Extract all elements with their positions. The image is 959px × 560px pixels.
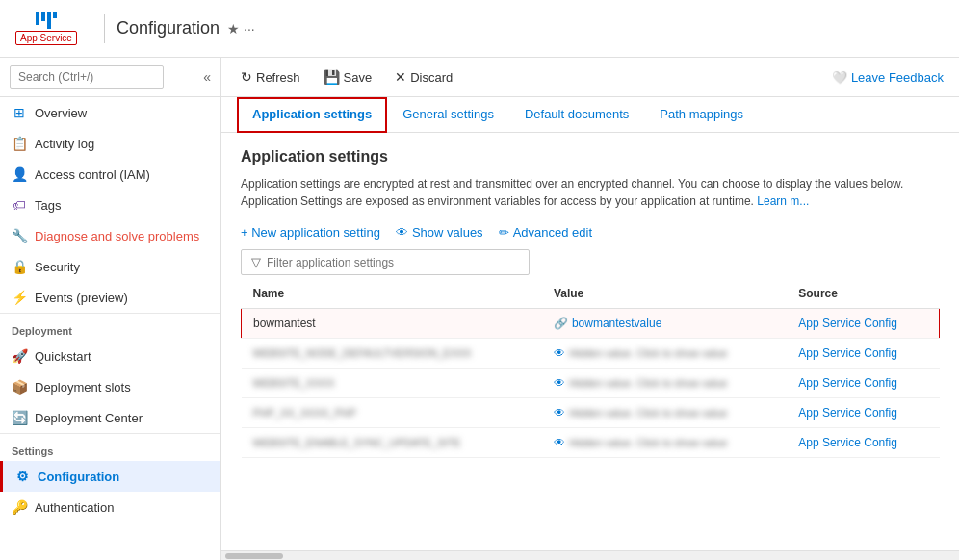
eye-icon: 👁 bbox=[554, 376, 565, 390]
sidebar-item-label: Configuration bbox=[38, 470, 119, 484]
star-icon[interactable]: ★ bbox=[227, 21, 240, 37]
value-link[interactable]: 👁 Hidden value. Click to show value bbox=[554, 346, 775, 360]
sidebar-item-quickstart[interactable]: 🚀 Quickstart bbox=[0, 341, 220, 371]
sidebar-item-label: Security bbox=[35, 260, 80, 274]
row-source: App Service Config bbox=[787, 369, 939, 398]
table-row[interactable]: WEBSITE_XXXX 👁 Hidden value. Click to sh… bbox=[242, 369, 940, 398]
advanced-edit-button[interactable]: ✏ Advanced edit bbox=[499, 225, 592, 240]
page-title: Configuration bbox=[117, 18, 220, 38]
link-icon: 🔗 bbox=[554, 317, 568, 330]
sidebar-item-label: Diagnose and solve problems bbox=[35, 229, 199, 243]
tab-general-settings-label: General settings bbox=[402, 107, 494, 121]
col-value: Value bbox=[542, 279, 787, 309]
col-name: Name bbox=[242, 279, 542, 309]
logo-bar-1 bbox=[36, 12, 39, 25]
feedback-heart-icon: 🤍 bbox=[832, 70, 847, 85]
app-service-badge: App Service bbox=[15, 31, 77, 45]
section-title: Application settings bbox=[241, 148, 940, 165]
deployment-slots-icon: 📦 bbox=[12, 379, 27, 395]
security-icon: 🔒 bbox=[12, 259, 27, 274]
sidebar-item-configuration[interactable]: ⚙ Configuration bbox=[0, 461, 220, 492]
authentication-icon: 🔑 bbox=[12, 499, 27, 515]
row-value: 👁 Hidden value. Click to show value bbox=[542, 398, 787, 428]
sidebar-item-label: Deployment slots bbox=[35, 380, 131, 395]
sidebar-item-label: Activity log bbox=[35, 137, 94, 151]
row-name: bowmantest bbox=[242, 309, 542, 339]
settings-table: Name Value Source bowmantest 🔗 bowmantes… bbox=[241, 279, 940, 458]
overview-icon: ⊞ bbox=[12, 105, 27, 120]
row-value: 👁 Hidden value. Click to show value bbox=[542, 339, 787, 369]
sidebar-item-deployment-center[interactable]: 🔄 Deployment Center bbox=[0, 402, 220, 433]
sidebar-item-deployment-slots[interactable]: 📦 Deployment slots bbox=[0, 371, 220, 402]
sidebar-item-security[interactable]: 🔒 Security bbox=[0, 251, 220, 282]
row-source: App Service Config bbox=[787, 339, 939, 369]
sidebar: « ⊞ Overview 📋 Activity log 👤 Access con… bbox=[0, 58, 221, 560]
sidebar-item-tags[interactable]: 🏷 Tags bbox=[0, 190, 220, 220]
row-value: 👁 Hidden value. Click to show value bbox=[542, 369, 787, 398]
header-separator bbox=[104, 14, 105, 43]
refresh-button[interactable]: ↻ Refresh bbox=[237, 65, 304, 89]
tab-path-mappings-label: Path mappings bbox=[660, 107, 743, 121]
value-link[interactable]: 👁 Hidden value. Click to show value bbox=[554, 376, 775, 390]
sidebar-item-label: Quickstart bbox=[35, 349, 91, 364]
main-layout: « ⊞ Overview 📋 Activity log 👤 Access con… bbox=[0, 58, 959, 560]
eye-icon: 👁 bbox=[396, 225, 408, 240]
row-name: WEBSITE_ENABLE_SYNC_UPDATE_SITE bbox=[242, 428, 542, 458]
col-source: Source bbox=[787, 279, 939, 309]
sidebar-item-authentication[interactable]: 🔑 Authentication bbox=[0, 492, 220, 522]
tab-app-settings-label: Application settings bbox=[252, 107, 372, 121]
leave-feedback-button[interactable]: 🤍 Leave Feedback bbox=[832, 70, 944, 85]
sidebar-item-label: Tags bbox=[35, 198, 61, 213]
new-setting-button[interactable]: + New application setting bbox=[241, 225, 380, 240]
tags-icon: 🏷 bbox=[12, 197, 27, 213]
more-icon[interactable]: ··· bbox=[244, 21, 255, 37]
horizontal-scrollbar[interactable] bbox=[221, 550, 959, 560]
table-row[interactable]: bowmantest 🔗 bowmantestvalue App Service… bbox=[242, 309, 940, 339]
row-source: App Service Config bbox=[787, 309, 939, 339]
tab-path-mappings[interactable]: Path mappings bbox=[644, 97, 759, 133]
filter-icon: ▽ bbox=[251, 255, 261, 269]
sidebar-search-container: « bbox=[0, 58, 220, 97]
scroll-thumb[interactable] bbox=[225, 553, 283, 559]
logo-bar-4 bbox=[53, 12, 57, 18]
sidebar-item-overview[interactable]: ⊞ Overview bbox=[0, 97, 220, 128]
tab-default-documents-label: Default documents bbox=[525, 107, 629, 121]
activity-log-icon: 📋 bbox=[12, 136, 27, 151]
table-row[interactable]: WEBSITE_NODE_DEFAULTVERSION_EXXX 👁 Hidde… bbox=[242, 339, 940, 369]
learn-more-link[interactable]: Learn m... bbox=[757, 194, 809, 208]
row-source: App Service Config bbox=[787, 398, 939, 428]
show-values-label: Show values bbox=[412, 225, 483, 240]
tab-app-settings[interactable]: Application settings bbox=[237, 97, 387, 133]
access-control-icon: 👤 bbox=[12, 166, 27, 182]
value-link[interactable]: 🔗 bowmantestvalue bbox=[554, 317, 775, 330]
search-input[interactable] bbox=[10, 65, 164, 89]
value-link[interactable]: 👁 Hidden value. Click to show value bbox=[554, 436, 775, 449]
save-button[interactable]: 💾 Save bbox=[320, 65, 376, 89]
table-row[interactable]: PHP_XX_XXXX_PHP 👁 Hidden value. Click to… bbox=[242, 398, 940, 428]
logo-bar-2 bbox=[41, 12, 45, 21]
row-name: PHP_XX_XXXX_PHP bbox=[242, 398, 542, 428]
sidebar-item-access-control[interactable]: 👤 Access control (IAM) bbox=[0, 159, 220, 190]
eye-icon: 👁 bbox=[554, 436, 565, 449]
sidebar-item-events[interactable]: ⚡ Events (preview) bbox=[0, 282, 220, 313]
refresh-label: Refresh bbox=[256, 70, 300, 85]
config-tabs: Application settings General settings De… bbox=[221, 97, 959, 133]
content-area: ↻ Refresh 💾 Save ✕ Discard 🤍 Leave Feedb… bbox=[221, 58, 959, 560]
quickstart-icon: 🚀 bbox=[12, 348, 27, 364]
collapse-icon[interactable]: « bbox=[203, 69, 211, 85]
app-logo: App Service bbox=[15, 12, 77, 45]
deployment-section-header: Deployment bbox=[0, 313, 220, 341]
show-values-button[interactable]: 👁 Show values bbox=[396, 225, 483, 240]
value-link[interactable]: 👁 Hidden value. Click to show value bbox=[554, 406, 775, 420]
sidebar-item-activity-log[interactable]: 📋 Activity log bbox=[0, 128, 220, 159]
top-header: App Service Configuration ★ ··· bbox=[0, 0, 959, 58]
discard-button[interactable]: ✕ Discard bbox=[391, 65, 456, 89]
tab-default-documents[interactable]: Default documents bbox=[509, 97, 644, 133]
filter-input[interactable] bbox=[267, 256, 519, 269]
sidebar-item-diagnose[interactable]: 🔧 Diagnose and solve problems bbox=[0, 220, 220, 251]
tab-general-settings[interactable]: General settings bbox=[387, 97, 509, 133]
table-row[interactable]: WEBSITE_ENABLE_SYNC_UPDATE_SITE 👁 Hidden… bbox=[242, 428, 940, 458]
sidebar-item-label: Overview bbox=[35, 106, 87, 120]
save-label: Save bbox=[344, 70, 373, 85]
refresh-icon: ↻ bbox=[241, 69, 252, 85]
